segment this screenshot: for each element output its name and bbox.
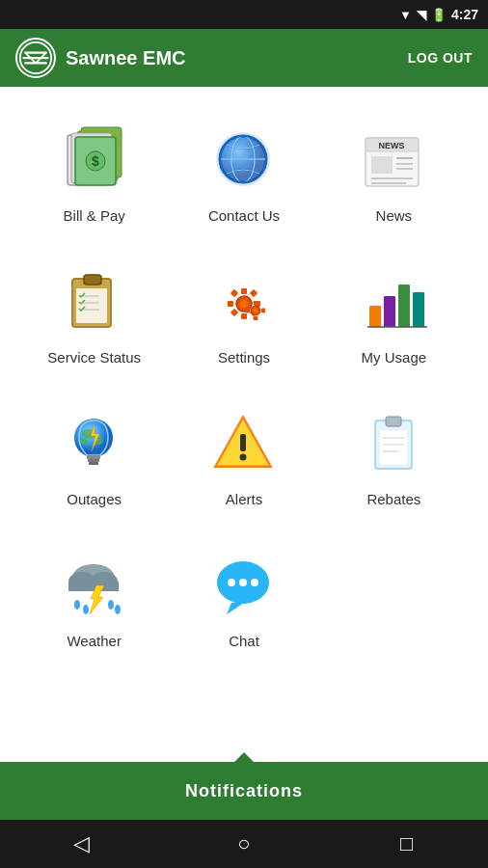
rebates-label: Rebates [366, 491, 420, 507]
my-usage-icon [355, 262, 432, 339]
menu-item-service-status[interactable]: Service Status [19, 248, 169, 380]
menu-item-settings[interactable]: Settings [169, 248, 318, 380]
notifications-label: Notifications [185, 781, 303, 801]
weather-icon [56, 546, 133, 623]
svg-point-55 [254, 308, 258, 312]
alerts-label: Alerts [226, 491, 262, 507]
header: Sawnee EMC LOG OUT [0, 29, 488, 87]
svg-rect-71 [89, 462, 98, 465]
svg-rect-70 [88, 459, 99, 462]
service-status-label: Service Status [47, 349, 141, 366]
svg-point-90 [108, 600, 114, 610]
svg-rect-50 [230, 288, 238, 296]
menu-grid: $ Bill & Pay [10, 106, 478, 664]
app-title: Sawnee EMC [66, 47, 185, 69]
contact-us-icon [205, 121, 283, 198]
svg-point-94 [228, 579, 235, 586]
notifications-bar[interactable]: Notifications [0, 762, 488, 820]
status-bar: ▼ ◥ 🔋 4:27 [0, 0, 488, 29]
svg-rect-39 [84, 275, 101, 285]
svg-rect-75 [240, 434, 246, 451]
logo [15, 38, 56, 78]
svg-point-45 [240, 300, 248, 308]
settings-label: Settings [218, 349, 270, 366]
svg-point-65 [74, 419, 113, 457]
svg-marker-93 [227, 603, 244, 614]
battery-icon: 🔋 [431, 8, 447, 22]
chat-label: Chat [229, 633, 259, 649]
svg-rect-78 [386, 417, 401, 426]
menu-item-contact-us[interactable]: Contact Us [169, 106, 318, 238]
svg-rect-69 [87, 455, 100, 459]
svg-rect-31 [371, 156, 393, 174]
svg-rect-60 [369, 306, 381, 327]
svg-text:$: $ [92, 153, 99, 169]
svg-rect-79 [379, 430, 408, 465]
service-status-icon [56, 262, 133, 339]
news-icon: NEWS [355, 121, 432, 198]
menu-item-rebates[interactable]: Rebates [319, 390, 469, 522]
header-left: Sawnee EMC [15, 38, 185, 78]
outages-icon [56, 404, 133, 481]
svg-rect-51 [250, 288, 258, 296]
menu-item-news[interactable]: NEWS News [319, 106, 469, 238]
svg-point-68 [80, 439, 88, 445]
weather-label: Weather [67, 633, 121, 649]
menu-item-outages[interactable]: Outages [19, 390, 169, 522]
bill-pay-label: Bill & Pay [64, 207, 125, 224]
svg-rect-46 [241, 288, 247, 294]
svg-point-91 [115, 605, 121, 614]
outages-label: Outages [67, 491, 122, 507]
svg-point-89 [83, 605, 89, 614]
menu-item-bill-pay[interactable]: $ Bill & Pay [19, 106, 169, 238]
svg-point-76 [240, 453, 247, 460]
chat-icon [205, 546, 283, 623]
time-display: 4:27 [451, 7, 478, 22]
menu-item-weather[interactable]: Weather [19, 531, 169, 664]
notif-arrow [232, 752, 256, 764]
menu-item-my-usage[interactable]: My Usage [319, 248, 469, 380]
contact-us-label: Contact Us [208, 207, 280, 224]
svg-rect-61 [384, 296, 395, 327]
svg-rect-86 [68, 582, 119, 591]
svg-rect-47 [241, 313, 247, 319]
svg-point-96 [251, 579, 258, 586]
back-button[interactable]: ◁ [62, 825, 100, 863]
svg-rect-57 [254, 316, 258, 320]
alerts-icon [205, 404, 283, 481]
svg-rect-40 [76, 288, 107, 323]
recents-button[interactable]: □ [388, 825, 426, 863]
main-content: $ Bill & Pay [0, 87, 488, 683]
svg-rect-52 [230, 308, 238, 315]
my-usage-label: My Usage [362, 349, 427, 366]
rebates-icon [355, 404, 432, 481]
svg-rect-62 [398, 285, 410, 327]
svg-rect-58 [246, 308, 250, 312]
menu-item-alerts[interactable]: Alerts [169, 390, 318, 522]
svg-rect-63 [413, 292, 424, 327]
status-icons: ▼ ◥ 🔋 4:27 [399, 7, 478, 22]
signal-icon: ◥ [417, 8, 426, 22]
svg-point-95 [239, 579, 247, 586]
svg-rect-56 [254, 301, 258, 305]
wifi-icon: ▼ [399, 8, 412, 22]
news-label: News [376, 207, 413, 224]
bill-pay-icon: $ [56, 121, 133, 198]
menu-item-chat[interactable]: Chat [169, 531, 318, 664]
home-button[interactable]: ○ [225, 825, 263, 863]
svg-point-88 [74, 600, 80, 610]
svg-rect-48 [228, 301, 233, 307]
svg-rect-59 [261, 308, 265, 312]
nav-bar: ◁ ○ □ [0, 820, 488, 868]
svg-text:NEWS: NEWS [378, 141, 404, 150]
settings-icon [205, 262, 283, 339]
logout-button[interactable]: LOG OUT [408, 50, 473, 66]
